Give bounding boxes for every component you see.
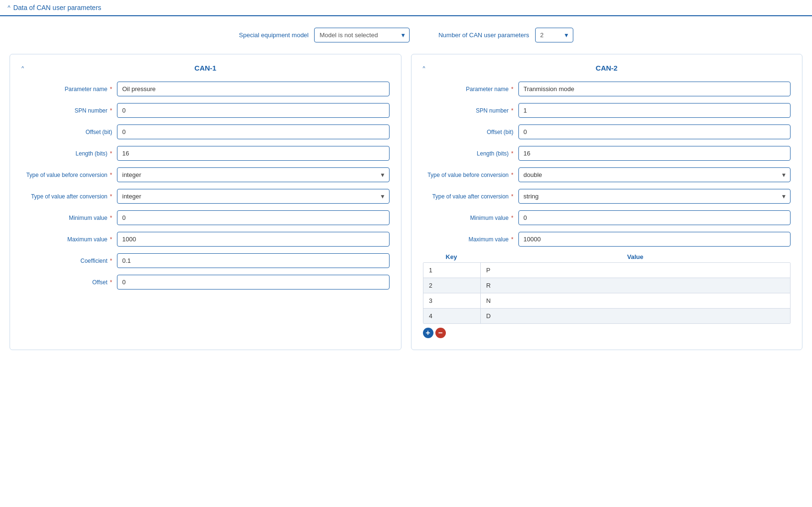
can2-parameter-name-required: *	[509, 86, 513, 93]
can1-maximum-label: Maximum value *	[21, 236, 117, 243]
can2-kv-value-header: Value	[480, 253, 791, 260]
can2-offset-bit-input[interactable]	[518, 124, 791, 139]
can2-minimum-row: Minimum value *	[423, 210, 791, 225]
can2-maximum-row: Maximum value *	[423, 232, 791, 247]
can2-type-after-label: Type of value after conversion *	[423, 193, 518, 200]
can1-minimum-label: Minimum value *	[21, 215, 117, 221]
can2-kv-key-4: 4	[423, 309, 481, 323]
table-row: 1 P	[423, 263, 791, 278]
can2-remove-row-button[interactable]: −	[435, 328, 446, 338]
can1-coefficient-input[interactable]	[117, 253, 390, 268]
can2-collapse-icon[interactable]: ^	[423, 65, 425, 71]
model-select-wrapper: Model is not selected ▼	[314, 28, 410, 42]
can1-minimum-required: *	[108, 215, 112, 221]
can2-length-input[interactable]	[518, 146, 791, 161]
can1-maximum-input[interactable]	[117, 232, 390, 247]
can2-type-after-row: Type of value after conversion * integer…	[423, 189, 791, 204]
can2-minimum-required: *	[509, 215, 513, 221]
count-select[interactable]: 2 1 3 4 5	[535, 28, 573, 42]
table-row: 2 R	[423, 278, 791, 293]
can2-panel: ^ CAN-2 Parameter name * SPN number * Of…	[411, 54, 803, 350]
can2-kv-key-header: Key	[423, 253, 480, 260]
can1-title: CAN-1	[194, 64, 216, 72]
can2-kv-value-1: P	[481, 263, 791, 278]
can2-offset-bit-row: Offset (bit)	[423, 124, 791, 139]
can2-kv-key-2: 2	[423, 278, 481, 293]
can1-length-label: Length (bits) *	[21, 150, 117, 157]
can1-minimum-input[interactable]	[117, 210, 390, 225]
can2-kv-key-3: 3	[423, 293, 481, 308]
can1-type-after-required: *	[108, 193, 112, 200]
model-label: Special equipment model	[239, 31, 309, 39]
can2-add-row-button[interactable]: +	[423, 328, 433, 338]
can2-type-before-required: *	[509, 172, 513, 178]
can2-length-row: Length (bits) *	[423, 146, 791, 161]
can2-parameter-name-row: Parameter name *	[423, 82, 791, 96]
can2-header: ^ CAN-2	[423, 64, 791, 72]
can2-minimum-input[interactable]	[518, 210, 791, 225]
can1-panel: ^ CAN-1 Parameter name * SPN number * Of…	[10, 54, 401, 350]
can1-spn-input[interactable]	[117, 103, 390, 118]
can1-type-before-label: Type of value before conversion *	[21, 172, 117, 178]
can2-parameter-name-input[interactable]	[518, 82, 791, 96]
can1-type-before-required: *	[108, 172, 112, 178]
can2-type-before-select[interactable]: integer double string	[518, 167, 791, 182]
can1-coefficient-row: Coefficient *	[21, 253, 390, 268]
can1-offset-label: Offset *	[21, 279, 117, 286]
model-control-group: Special equipment model Model is not sel…	[239, 28, 410, 42]
can2-spn-required: *	[509, 107, 513, 114]
can1-maximum-row: Maximum value *	[21, 232, 390, 247]
can1-length-row: Length (bits) *	[21, 146, 390, 161]
panels-row: ^ CAN-1 Parameter name * SPN number * Of…	[0, 54, 812, 360]
can1-maximum-required: *	[108, 236, 112, 243]
can2-minimum-label: Minimum value *	[423, 215, 518, 221]
can2-type-before-label: Type of value before conversion *	[423, 172, 518, 178]
can1-length-input[interactable]	[117, 146, 390, 161]
can2-type-after-select-wrapper: integer double string ▼	[518, 189, 791, 204]
can1-offset-row: Offset *	[21, 275, 390, 290]
can2-kv-value-3: N	[481, 293, 791, 308]
can2-kv-table: 1 P 2 R 3 N 4 D	[423, 262, 791, 324]
can2-kv-actions: + −	[423, 328, 791, 338]
can1-offset-required: *	[108, 279, 112, 286]
table-row: 4 D	[423, 309, 791, 323]
can2-offset-bit-label: Offset (bit)	[423, 129, 518, 135]
can1-offset-bit-input[interactable]	[117, 124, 390, 139]
can1-minimum-row: Minimum value *	[21, 210, 390, 225]
can1-parameter-name-label: Parameter name *	[21, 86, 117, 93]
can2-kv-table-container: Key Value 1 P 2 R 3 N 4 D	[423, 253, 791, 338]
can2-spn-input[interactable]	[518, 103, 791, 118]
count-label: Number of CAN user parameters	[438, 31, 529, 39]
can2-maximum-required: *	[509, 236, 513, 243]
can2-spn-label: SPN number *	[423, 107, 518, 114]
can1-offset-input[interactable]	[117, 275, 390, 290]
can1-parameter-name-input[interactable]	[117, 82, 390, 96]
can2-kv-key-1: 1	[423, 263, 481, 278]
can2-spn-row: SPN number *	[423, 103, 791, 118]
can1-type-before-select-wrapper: integer double string ▼	[117, 167, 390, 182]
can1-spn-required: *	[108, 107, 112, 114]
can2-kv-value-4: D	[481, 309, 791, 323]
can2-maximum-label: Maximum value *	[423, 236, 518, 243]
can2-type-after-select[interactable]: integer double string	[518, 189, 791, 204]
top-bar: ^ Data of CAN user parameters	[0, 0, 812, 16]
collapse-icon[interactable]: ^	[8, 4, 11, 11]
can1-coefficient-label: Coefficient *	[21, 258, 117, 264]
can2-type-before-select-wrapper: integer double string ▼	[518, 167, 791, 182]
can1-length-required: *	[108, 150, 112, 157]
can1-header: ^ CAN-1	[21, 64, 390, 72]
can1-collapse-icon[interactable]: ^	[21, 65, 24, 71]
can1-parameter-name-required: *	[108, 86, 112, 93]
can1-type-before-row: Type of value before conversion * intege…	[21, 167, 390, 182]
section-header: ^ Data of CAN user parameters	[8, 4, 101, 11]
can1-type-before-select[interactable]: integer double string	[117, 167, 390, 182]
can2-kv-header-row: Key Value	[423, 253, 791, 260]
can2-maximum-input[interactable]	[518, 232, 791, 247]
section-title: Data of CAN user parameters	[13, 4, 101, 11]
can1-type-after-select[interactable]: integer double string	[117, 189, 390, 204]
can1-offset-bit-row: Offset (bit)	[21, 124, 390, 139]
can2-kv-value-2: R	[481, 278, 791, 293]
can2-type-before-row: Type of value before conversion * intege…	[423, 167, 791, 182]
model-select[interactable]: Model is not selected	[314, 28, 410, 42]
can2-type-after-required: *	[509, 193, 513, 200]
